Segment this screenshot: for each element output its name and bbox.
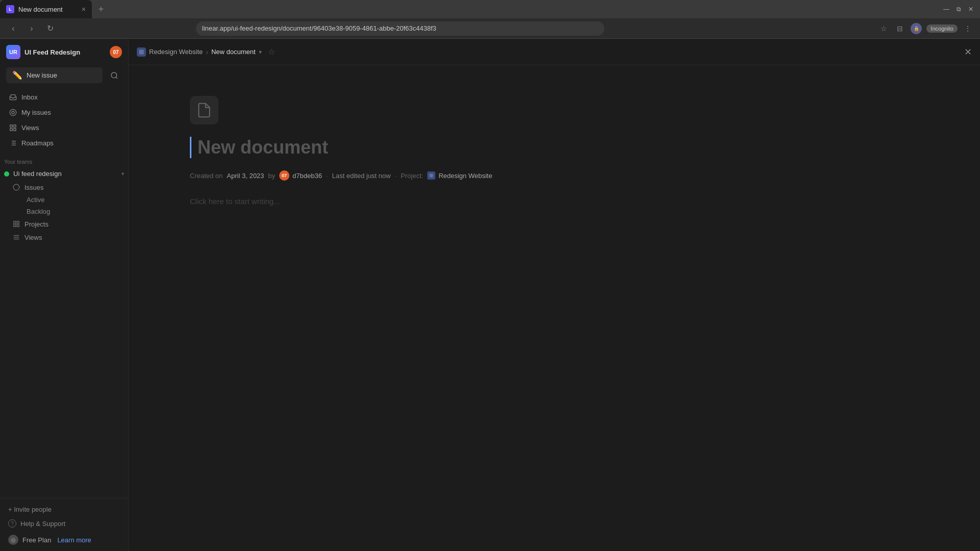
sidebar-item-issues[interactable]: Issues [8, 181, 128, 194]
teams-section-header: Your teams [0, 153, 128, 167]
doc-meta: Created on April 3, 2023 by 07 d7bdeb36 … [190, 170, 919, 181]
bookmark-icon[interactable]: ☆ [877, 22, 890, 35]
svg-point-1 [10, 109, 16, 116]
svg-rect-28 [430, 176, 431, 177]
team-chevron-icon: ▾ [121, 171, 124, 177]
project-label: Project: [401, 172, 423, 180]
breadcrumb-project-name: Redesign Website [149, 48, 203, 56]
team-name: Ui feed redesign [13, 170, 117, 178]
svg-rect-23 [142, 52, 143, 54]
issues-label: Issues [24, 184, 44, 191]
star-icon[interactable]: ☆ [268, 47, 275, 57]
workspace-name: UI Feed Redesign [24, 48, 80, 56]
sidebar-item-views[interactable]: Views [4, 120, 124, 135]
projects-label: Projects [24, 220, 48, 228]
sidebar-bottom: + Invite people ? Help & Support ◎ Free … [0, 498, 128, 551]
team-header[interactable]: Ui feed redesign ▾ [0, 167, 128, 181]
breadcrumb-separator: › [206, 48, 208, 56]
author-info: 07 d7bdeb36 [279, 170, 322, 181]
new-tab-button[interactable]: + [94, 2, 108, 16]
sidebar-item-roadmaps[interactable]: Roadmaps [4, 135, 124, 151]
refresh-button[interactable]: ↻ [43, 21, 57, 36]
svg-rect-26 [432, 174, 433, 175]
inbox-icon [8, 92, 17, 102]
meta-dot-1: · [326, 172, 328, 180]
sidebar-icon[interactable]: ⊟ [894, 22, 906, 35]
browser-chrome: L New document × + — ⧉ ✕ ‹ › ↻ linear.ap… [0, 0, 980, 39]
help-support-button[interactable]: ? Help & Support [4, 516, 124, 531]
doc-close-button[interactable]: ✕ [964, 46, 972, 58]
by-label: by [268, 172, 275, 180]
issues-subnav: Active Backlog [8, 194, 128, 217]
sidebar-item-backlog[interactable]: Backlog [22, 206, 128, 217]
projects-icon [12, 220, 20, 228]
doc-icon [190, 96, 218, 124]
svg-rect-25 [430, 174, 431, 175]
roadmaps-icon [8, 138, 17, 147]
active-tab[interactable]: L New document × [0, 0, 92, 18]
tab-bar: L New document × + — ⧉ ✕ [0, 0, 980, 18]
invite-people-button[interactable]: + Invite people [4, 503, 124, 516]
free-plan-row: ◎ Free Plan Learn more [4, 531, 124, 547]
doc-title[interactable]: New document [190, 137, 919, 158]
app-container: UR UI Feed Redesign 07 ✏️ New issue [0, 39, 980, 551]
browser-controls: ‹ › ↻ linear.app/ui-feed-redesign/docume… [0, 18, 980, 39]
team-dot [4, 171, 9, 177]
forward-button[interactable]: › [24, 21, 39, 36]
free-plan-icon: ◎ [8, 535, 18, 545]
user-avatar[interactable]: 07 [110, 46, 122, 58]
breadcrumb-project: Redesign Website [137, 47, 203, 57]
tab-close-button[interactable]: × [82, 5, 86, 13]
new-issue-button[interactable]: ✏️ New issue [6, 67, 103, 83]
sidebar-nav: Inbox My issues Views [0, 87, 128, 153]
meta-project: Redesign Website [427, 171, 492, 180]
url-text: linear.app/ui-feed-redesign/document/964… [202, 24, 436, 32]
main-content: Redesign Website › New document ▾ ☆ ✕ Ne… [129, 39, 980, 551]
svg-rect-22 [142, 50, 143, 52]
minimize-button[interactable]: — [941, 4, 951, 14]
views-icon [8, 123, 17, 132]
new-issue-icon: ✏️ [12, 70, 22, 80]
doc-placeholder[interactable]: Click here to start writing... [190, 197, 919, 206]
svg-point-0 [111, 72, 117, 78]
workspace-info[interactable]: UR UI Feed Redesign [6, 45, 80, 59]
address-bar[interactable]: linear.app/ui-feed-redesign/document/964… [196, 21, 604, 36]
svg-rect-4 [13, 124, 15, 127]
browser-actions: ☆ ⊟ 🔒 Incognito ⋮ [877, 22, 974, 35]
svg-rect-15 [17, 221, 19, 223]
incognito-badge[interactable]: Incognito [926, 24, 958, 33]
back-button[interactable]: ‹ [6, 21, 20, 36]
project-badge-icon [427, 171, 435, 180]
profile-icon[interactable]: 🔒 [910, 22, 922, 35]
svg-rect-14 [14, 221, 16, 223]
issues-icon [12, 183, 20, 191]
svg-rect-21 [139, 50, 141, 52]
team-subnav: Issues Active Backlog Projects [0, 181, 128, 244]
close-button[interactable]: ✕ [966, 4, 976, 14]
my-issues-icon [8, 108, 17, 117]
sidebar-item-inbox[interactable]: Inbox [4, 89, 124, 105]
sidebar-item-projects[interactable]: Projects [8, 217, 128, 231]
svg-rect-24 [139, 52, 141, 54]
author-avatar: 07 [279, 170, 289, 181]
sidebar-item-my-issues[interactable]: My issues [4, 105, 124, 120]
restore-button[interactable]: ⧉ [953, 4, 964, 14]
sidebar-item-active[interactable]: Active [22, 194, 128, 206]
team-views-label: Views [24, 234, 42, 241]
sidebar: UR UI Feed Redesign 07 ✏️ New issue [0, 39, 129, 551]
created-label: Created on [190, 172, 223, 180]
menu-button[interactable]: ⋮ [962, 22, 974, 35]
last-edited: Last edited just now [332, 172, 391, 180]
svg-rect-5 [13, 128, 15, 130]
project-name: Redesign Website [438, 172, 492, 180]
breadcrumb: Redesign Website › New document ▾ ☆ [137, 47, 275, 57]
svg-point-2 [12, 111, 14, 114]
svg-rect-6 [10, 128, 12, 130]
sidebar-item-team-views[interactable]: Views [8, 231, 128, 244]
doc-body[interactable]: New document Created on April 3, 2023 by… [129, 65, 980, 551]
search-button[interactable] [107, 68, 122, 83]
svg-point-13 [13, 184, 19, 190]
sidebar-actions: ✏️ New issue [0, 65, 128, 85]
learn-more-link[interactable]: Learn more [57, 536, 91, 544]
inbox-label: Inbox [21, 93, 38, 101]
